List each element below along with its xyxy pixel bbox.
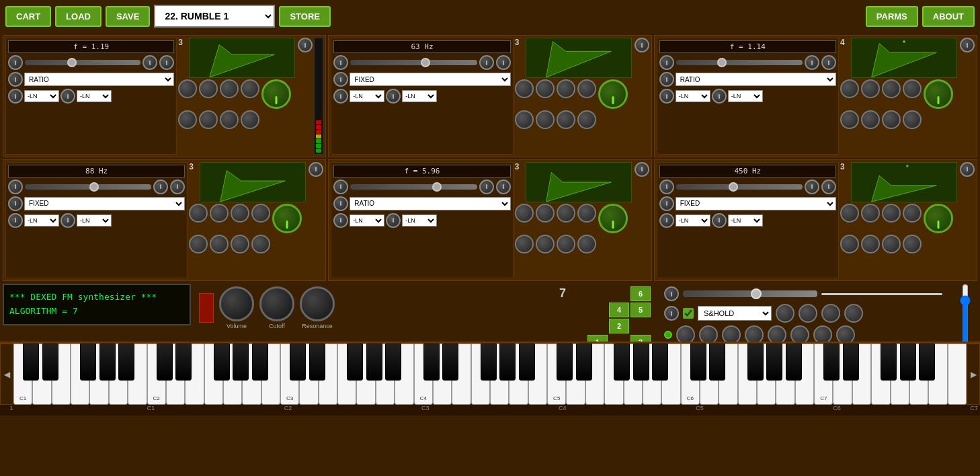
- op-5-k5[interactable]: [515, 235, 534, 253]
- black-key-19[interactable]: [519, 344, 535, 381]
- lfo-knob-2[interactable]: [664, 306, 679, 321]
- op-6-mode-select[interactable]: FIXEDRATIO: [676, 197, 836, 210]
- op-3-knob-r2[interactable]: [821, 55, 836, 70]
- op-4-env-knob-top[interactable]: [309, 162, 323, 177]
- op-5-env-knob1[interactable]: [333, 213, 348, 228]
- op-5-mode-select[interactable]: RATIOFIXED: [350, 197, 510, 210]
- op-1-env-knob1[interactable]: [8, 89, 23, 104]
- black-key-15[interactable]: [423, 344, 440, 381]
- op-5-knob-r2[interactable]: [496, 180, 511, 194]
- op-4-k5[interactable]: [189, 235, 208, 253]
- op-1-k6[interactable]: [199, 110, 218, 129]
- op-1-env-knob-top[interactable]: [298, 38, 313, 52]
- op-2-env-knob2[interactable]: [386, 89, 401, 104]
- op-4-k1[interactable]: [189, 204, 208, 223]
- black-key-22[interactable]: [614, 344, 630, 381]
- black-key-29[interactable]: [786, 344, 802, 381]
- store-button[interactable]: STORE: [279, 6, 331, 27]
- black-key-13[interactable]: [366, 344, 382, 381]
- op-3-k8[interactable]: [903, 110, 922, 129]
- op-2-mode-knob[interactable]: [333, 72, 348, 87]
- op-4-env-knob1[interactable]: [8, 213, 23, 228]
- op-3-knob-left[interactable]: [659, 55, 674, 70]
- op-6-env-right[interactable]: -LN: [728, 214, 763, 227]
- op-2-k6[interactable]: [536, 110, 555, 129]
- op-4-k2[interactable]: [210, 204, 229, 223]
- op-2-env-knob-top[interactable]: [635, 38, 649, 52]
- black-key-9[interactable]: [252, 344, 268, 381]
- op-5-k6[interactable]: [536, 235, 555, 253]
- op-6-env-knob1[interactable]: [659, 213, 674, 228]
- black-key-12[interactable]: [347, 344, 363, 381]
- op-1-level-knob[interactable]: [261, 79, 291, 109]
- op-6-k2[interactable]: [861, 204, 880, 223]
- op-5-env-knob2[interactable]: [386, 213, 401, 228]
- black-key-10[interactable]: [290, 344, 306, 381]
- op-1-k4[interactable]: [241, 79, 259, 98]
- lfo-k1[interactable]: [776, 304, 794, 323]
- black-key-11[interactable]: [309, 344, 325, 381]
- op-6-env-left[interactable]: -LN: [676, 214, 710, 227]
- op-2-env-left[interactable]: -LN: [350, 90, 384, 102]
- op-3-env-left[interactable]: -LN: [676, 90, 710, 102]
- op-3-env-knob1[interactable]: [659, 89, 674, 104]
- op-1-k7[interactable]: [220, 110, 239, 129]
- about-button[interactable]: ABOUT: [922, 6, 975, 27]
- op-2-mode-select[interactable]: FIXEDRATIO: [350, 73, 510, 86]
- lfo-k4[interactable]: [844, 304, 863, 323]
- lfo-checkbox[interactable]: [683, 308, 694, 319]
- op-3-k6[interactable]: [861, 110, 880, 129]
- black-key-24[interactable]: [652, 344, 668, 381]
- black-key-5[interactable]: [157, 344, 173, 381]
- op-3-level-knob[interactable]: [924, 79, 953, 109]
- black-key-4[interactable]: [118, 344, 134, 381]
- op-4-level-knob[interactable]: [272, 204, 302, 233]
- black-key-1[interactable]: [42, 344, 58, 381]
- op-3-env-right[interactable]: -LN: [728, 90, 763, 102]
- black-key-27[interactable]: [747, 344, 764, 381]
- op-5-env-knob-top[interactable]: [635, 162, 649, 177]
- op-2-k1[interactable]: [515, 79, 534, 98]
- op-2-knob-r2[interactable]: [496, 55, 511, 70]
- op-1-env-left[interactable]: -LN: [24, 90, 59, 102]
- op-5-mode-knob[interactable]: [333, 196, 348, 211]
- lfo-k2[interactable]: [799, 304, 817, 323]
- op-1-k2[interactable]: [199, 79, 218, 98]
- alg-block-4[interactable]: 4: [609, 303, 629, 317]
- op-3-mode-select[interactable]: RATIOFIXED: [676, 73, 836, 86]
- black-key-34[interactable]: [919, 344, 935, 381]
- op-5-k8[interactable]: [577, 235, 596, 253]
- op-2-level-knob[interactable]: [598, 79, 628, 109]
- op-1-env-right[interactable]: -LN: [77, 90, 112, 102]
- op-1-knob-right2[interactable]: [159, 55, 174, 70]
- op-5-k1[interactable]: [515, 204, 534, 223]
- black-key-28[interactable]: [766, 344, 782, 381]
- op-5-k7[interactable]: [557, 235, 575, 253]
- op-3-slider[interactable]: [676, 60, 803, 65]
- op-2-k3[interactable]: [557, 79, 575, 98]
- op-5-level-knob[interactable]: [598, 204, 628, 233]
- alg-block-6[interactable]: 6: [630, 286, 651, 301]
- op-4-knob-r2[interactable]: [170, 180, 185, 194]
- black-key-18[interactable]: [499, 344, 516, 381]
- op-4-k3[interactable]: [231, 204, 249, 223]
- load-button[interactable]: LOAD: [55, 6, 101, 27]
- op-4-mode-knob[interactable]: [8, 196, 23, 211]
- op-2-k8[interactable]: [577, 110, 596, 129]
- op-5-env-right[interactable]: -LN: [402, 214, 437, 227]
- black-key-0[interactable]: [23, 344, 39, 381]
- op-1-env-knob2[interactable]: [60, 89, 75, 104]
- op-3-knob-r1[interactable]: [805, 55, 819, 70]
- kbd-left-arrow[interactable]: ◀: [0, 344, 13, 405]
- op-3-env-knob-top[interactable]: [960, 38, 975, 52]
- op-1-k5[interactable]: [178, 110, 197, 129]
- op-5-knob-left[interactable]: [333, 180, 348, 194]
- alg-block-2[interactable]: 2: [609, 319, 629, 333]
- op-3-k2[interactable]: [861, 79, 880, 98]
- op-5-knob-r1[interactable]: [479, 180, 494, 194]
- op-1-mode-knob[interactable]: [8, 72, 23, 87]
- op-4-env-right[interactable]: -LN: [77, 214, 112, 227]
- op-4-k7[interactable]: [231, 235, 249, 253]
- op-1-mode-select[interactable]: RATIOFIXED: [24, 73, 174, 86]
- save-button[interactable]: SAVE: [106, 6, 150, 27]
